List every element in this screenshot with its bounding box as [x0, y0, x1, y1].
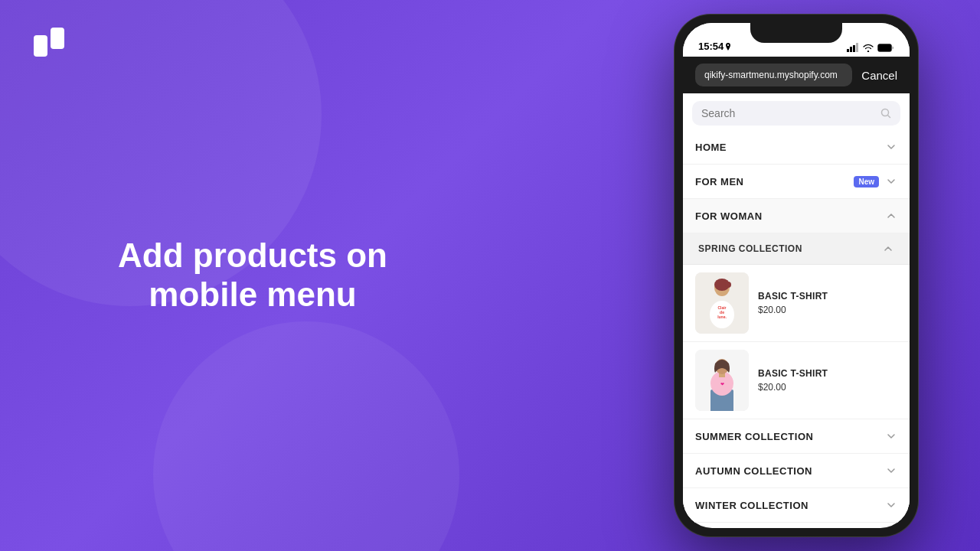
svg-rect-0 — [34, 35, 47, 57]
menu-content: HOME FOR MEN New — [683, 93, 910, 528]
battery-icon — [877, 44, 894, 52]
winter-chevron-icon — [885, 499, 897, 511]
phone-wrapper: 15:54 — [674, 14, 919, 537]
for-woman-header[interactable]: FOR WOMAN — [683, 199, 910, 233]
summer-chevron-icon — [885, 430, 897, 442]
menu-item-home[interactable]: HOME — [683, 130, 910, 165]
notch — [750, 23, 842, 43]
url-text: qikify-smartmenu.myshopify.com — [704, 70, 838, 80]
svg-rect-7 — [879, 45, 890, 51]
search-icon — [880, 108, 891, 119]
svg-rect-4 — [853, 45, 855, 52]
wifi-icon — [863, 44, 874, 52]
product-image-1: Clair de lune. — [695, 272, 749, 334]
autumn-chevron-icon — [885, 465, 897, 477]
product-image-2-svg: ❤ — [695, 350, 749, 411]
status-time: 15:54 — [698, 41, 731, 52]
svg-rect-2 — [847, 49, 849, 52]
winter-label: WINTER COLLECTION — [695, 500, 808, 511]
for-men-chevron-icon — [885, 175, 897, 187]
search-bar[interactable] — [692, 101, 900, 126]
new-badge: New — [854, 176, 879, 187]
autumn-label: AUTUMN COLLECTION — [695, 465, 812, 477]
svg-text:lune.: lune. — [717, 315, 727, 319]
home-right — [885, 141, 897, 153]
svg-rect-1 — [51, 28, 64, 49]
summer-label: SUMMER COLLECTION — [695, 431, 813, 442]
cancel-button[interactable]: Cancel — [861, 69, 897, 82]
product-image-1-svg: Clair de lune. — [695, 272, 749, 334]
menu-items: HOME FOR MEN New — [683, 130, 910, 528]
product-image-2: ❤ — [695, 350, 749, 411]
svg-text:❤: ❤ — [720, 382, 724, 386]
for-men-label: FOR MEN — [695, 176, 743, 187]
logo — [34, 28, 72, 58]
bg-circle-2 — [153, 321, 459, 551]
winter-collection-item[interactable]: WINTER COLLECTION — [683, 488, 910, 523]
phone-frame: 15:54 — [674, 14, 919, 537]
home-chevron-icon — [885, 141, 897, 153]
home-label: HOME — [695, 142, 727, 153]
product-1-price: $20.00 — [758, 305, 897, 315]
svg-rect-5 — [856, 43, 858, 52]
product-1-name: BASIC T-SHIRT — [758, 291, 897, 302]
url-bar: qikify-smartmenu.myshopify.com Cancel — [683, 57, 910, 93]
status-icons — [847, 43, 894, 52]
location-icon — [725, 43, 731, 51]
spring-chevron-icon — [882, 243, 894, 255]
product-item-2[interactable]: ❤ — [683, 342, 910, 419]
signal-icon — [847, 43, 859, 52]
spring-label: SPRING COLLECTION — [698, 243, 802, 254]
product-info-1: BASIC T-SHIRT $20.00 — [758, 291, 897, 315]
time-display: 15:54 — [698, 41, 724, 52]
headline-line1: Add products on — [118, 236, 387, 274]
summer-collection-item[interactable]: SUMMER COLLECTION — [683, 419, 910, 454]
for-woman-section: FOR WOMAN SPRING COLLECTION — [683, 199, 910, 523]
phone-screen: 15:54 — [683, 23, 910, 528]
spring-collection-header[interactable]: SPRING COLLECTION — [683, 233, 910, 265]
product-2-price: $20.00 — [758, 382, 897, 393]
headline-line2: mobile menu — [149, 276, 356, 313]
search-input[interactable] — [701, 107, 876, 119]
headline: Add products on mobile menu — [77, 236, 429, 314]
spring-section: SPRING COLLECTION — [683, 233, 910, 419]
product-2-name: BASIC T-SHIRT — [758, 368, 897, 379]
product-item-1[interactable]: Clair de lune. — [683, 265, 910, 342]
svg-point-16 — [725, 282, 731, 288]
url-field: qikify-smartmenu.myshopify.com — [695, 64, 852, 86]
for-woman-chevron-icon — [885, 210, 897, 222]
autumn-collection-item[interactable]: AUTUMN COLLECTION — [683, 454, 910, 488]
svg-rect-3 — [850, 47, 852, 52]
for-woman-label: FOR WOMAN — [695, 210, 763, 222]
for-men-right: New — [854, 175, 897, 187]
menu-item-for-men[interactable]: FOR MEN New — [683, 165, 910, 199]
product-info-2: BASIC T-SHIRT $20.00 — [758, 368, 897, 393]
products-list: Clair de lune. — [683, 265, 910, 419]
